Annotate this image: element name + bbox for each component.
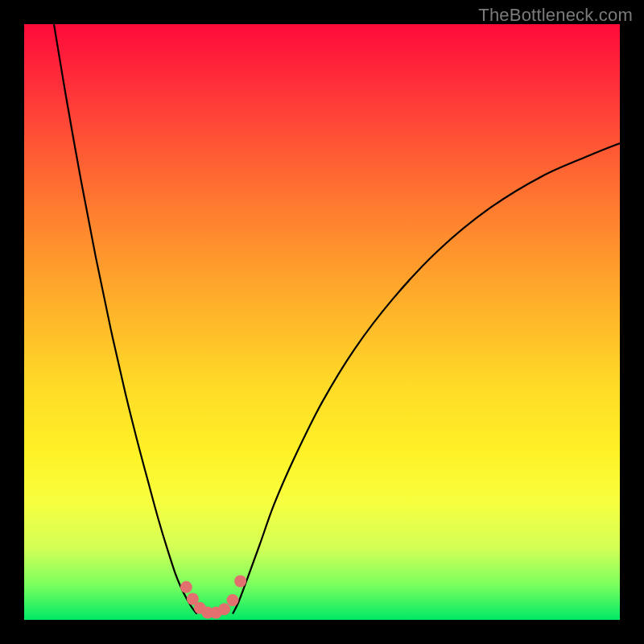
data-marker bbox=[227, 594, 239, 606]
data-marker bbox=[218, 603, 230, 615]
watermark-text: TheBottleneck.com bbox=[478, 5, 633, 26]
chart-overlay bbox=[24, 24, 620, 620]
marker-group bbox=[180, 575, 246, 618]
curve-right bbox=[233, 143, 620, 614]
data-marker bbox=[180, 581, 192, 593]
curve-left bbox=[54, 24, 197, 614]
data-marker bbox=[234, 575, 246, 587]
chart-plot-area bbox=[24, 24, 620, 620]
